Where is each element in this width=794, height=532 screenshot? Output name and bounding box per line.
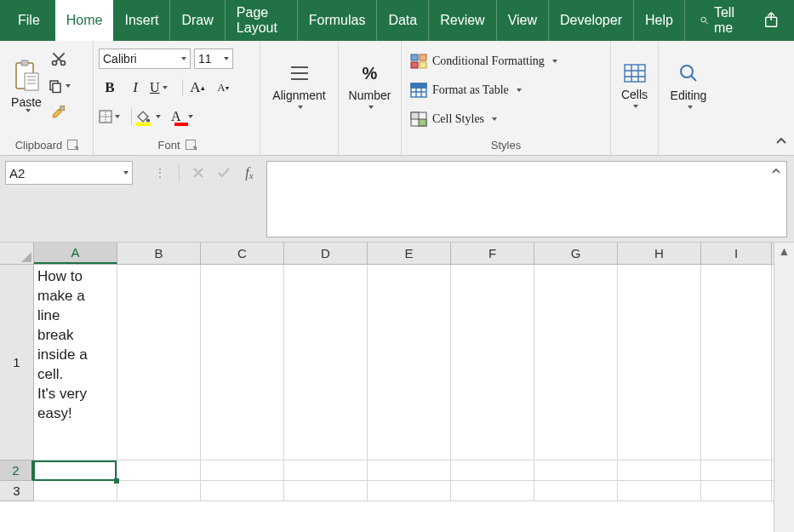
cell[interactable] xyxy=(284,460,368,481)
column-header[interactable]: F xyxy=(451,243,534,264)
font-name-combo[interactable]: Calibri xyxy=(99,49,191,69)
column-header[interactable]: A xyxy=(34,243,117,264)
italic-button[interactable]: I xyxy=(124,77,146,99)
svg-point-12 xyxy=(147,119,150,122)
tab-help[interactable]: Help xyxy=(634,0,685,41)
cell[interactable]: How to make a line break inside a cell. … xyxy=(34,265,117,460)
cell[interactable] xyxy=(534,460,618,481)
cell[interactable] xyxy=(368,265,451,460)
cell[interactable] xyxy=(534,265,618,460)
name-box[interactable]: A2 xyxy=(5,161,133,185)
format-painter-button[interactable] xyxy=(48,102,70,124)
svg-point-23 xyxy=(681,66,693,77)
cell[interactable] xyxy=(618,481,701,501)
row-header[interactable]: 2 xyxy=(0,460,33,481)
select-all-corner[interactable] xyxy=(0,243,34,265)
grow-font-button[interactable]: A▴ xyxy=(186,77,208,99)
column-header[interactable]: I xyxy=(701,243,772,264)
cell[interactable] xyxy=(701,460,772,481)
tab-developer[interactable]: Developer xyxy=(549,0,634,41)
copy-button[interactable] xyxy=(48,75,77,97)
cell[interactable] xyxy=(117,460,201,481)
cancel-button[interactable] xyxy=(186,161,210,185)
group-cells: Cells xyxy=(611,41,659,155)
cell[interactable] xyxy=(451,265,534,460)
format-as-table-button[interactable]: Format as Table xyxy=(407,79,525,101)
cell[interactable] xyxy=(701,481,772,501)
cell[interactable] xyxy=(117,265,201,460)
dialog-launcher-icon[interactable] xyxy=(186,140,196,150)
number-button[interactable]: % Number xyxy=(344,44,397,128)
column-header[interactable]: B xyxy=(117,243,201,264)
tab-home[interactable]: Home xyxy=(55,0,114,41)
group-alignment: Alignment xyxy=(260,41,339,155)
cell-styles-button[interactable]: Cell Styles xyxy=(407,108,500,130)
cell[interactable] xyxy=(368,481,451,501)
svg-rect-9 xyxy=(53,83,60,93)
dialog-launcher-icon[interactable] xyxy=(67,140,77,150)
font-color-button[interactable]: A xyxy=(171,106,203,128)
dots-button[interactable]: ⋮ xyxy=(148,161,172,185)
scroll-up-button[interactable]: ▲ xyxy=(774,243,794,260)
cell[interactable] xyxy=(284,265,368,460)
cell[interactable] xyxy=(451,460,534,481)
cell[interactable] xyxy=(701,265,772,460)
cell[interactable] xyxy=(618,265,701,460)
paste-button[interactable]: Paste xyxy=(5,44,48,128)
alignment-button[interactable]: Alignment xyxy=(266,44,333,128)
cells-area[interactable]: How to make a line break inside a cell. … xyxy=(34,265,774,532)
fill-handle[interactable] xyxy=(114,478,119,483)
borders-button[interactable] xyxy=(99,106,128,128)
enter-button[interactable] xyxy=(212,161,236,185)
formula-bar: A2 ⋮ fx xyxy=(0,156,794,243)
cell[interactable] xyxy=(534,481,618,501)
cell[interactable] xyxy=(117,481,201,501)
row-header[interactable]: 1 xyxy=(0,265,33,460)
check-icon xyxy=(217,167,231,179)
cell[interactable] xyxy=(368,460,451,481)
cell[interactable] xyxy=(201,460,284,481)
cells-button[interactable]: Cells xyxy=(615,44,654,128)
row-header[interactable]: 3 xyxy=(0,481,33,501)
fill-color-button[interactable] xyxy=(135,106,168,128)
column-header[interactable]: D xyxy=(284,243,368,264)
cell[interactable] xyxy=(451,481,534,501)
tab-draw[interactable]: Draw xyxy=(170,0,225,41)
tab-file[interactable]: File xyxy=(7,0,55,41)
tab-insert[interactable]: Insert xyxy=(113,0,170,41)
conditional-formatting-button[interactable]: Conditional Formatting xyxy=(407,50,561,72)
tab-page-layout[interactable]: Page Layout xyxy=(226,0,298,41)
search-icon xyxy=(678,63,699,83)
tell-me-search[interactable]: Tell me xyxy=(688,0,751,41)
spreadsheet-grid: ABCDEFGHI 123 How to make a line break i… xyxy=(0,243,794,532)
chevron-down-icon xyxy=(224,57,229,60)
insert-function-button[interactable]: fx xyxy=(237,161,261,185)
cell[interactable] xyxy=(201,265,284,460)
conditional-formatting-label: Conditional Formatting xyxy=(432,54,545,68)
expand-formula-bar-button[interactable] xyxy=(771,165,781,179)
cell[interactable] xyxy=(34,481,117,501)
vertical-scrollbar[interactable]: ▲ xyxy=(774,243,794,532)
cell[interactable] xyxy=(618,460,701,481)
column-header[interactable]: H xyxy=(618,243,701,264)
cut-button[interactable] xyxy=(48,48,70,70)
tab-data[interactable]: Data xyxy=(377,0,429,41)
shrink-font-button[interactable]: A▾ xyxy=(212,77,234,99)
formula-input[interactable] xyxy=(266,161,787,237)
editing-button[interactable]: Editing xyxy=(664,44,713,128)
tab-view[interactable]: View xyxy=(497,0,549,41)
cell[interactable] xyxy=(201,481,284,501)
styles-group-label: Styles xyxy=(491,139,521,152)
column-header[interactable]: E xyxy=(368,243,451,264)
bold-button[interactable]: B xyxy=(99,77,121,99)
tab-review[interactable]: Review xyxy=(429,0,496,41)
tab-formulas[interactable]: Formulas xyxy=(298,0,378,41)
share-button[interactable] xyxy=(751,0,794,41)
font-size-combo[interactable]: 11 xyxy=(194,49,233,69)
column-header[interactable]: G xyxy=(534,243,618,264)
underline-button[interactable]: U xyxy=(150,77,179,99)
cell[interactable] xyxy=(34,460,117,481)
column-header[interactable]: C xyxy=(201,243,284,264)
cell[interactable] xyxy=(284,481,368,501)
collapse-ribbon-button[interactable] xyxy=(775,135,787,150)
